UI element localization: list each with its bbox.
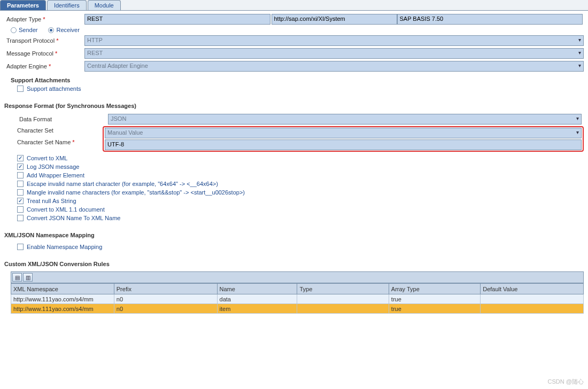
col-prefix[interactable]: Prefix [114, 284, 217, 294]
highlight-box: Manual Value UTF-8 [103, 126, 584, 152]
label-support-attachments: Support attachments [27, 85, 81, 92]
radio-icon [11, 27, 17, 33]
checkbox-convert-xml11[interactable] [17, 206, 24, 213]
radio-receiver-label: Receiver [56, 27, 79, 33]
section-support-attachments: Support Attachments [4, 73, 584, 84]
label-convert-xml11: Convert to XML 1.1 document [27, 206, 105, 213]
tab-strip: Parameters Identifiers Module [0, 0, 588, 11]
label-message-protocol: Message Protocol [4, 49, 84, 58]
radio-sender-label: Sender [19, 27, 37, 33]
radio-sender[interactable]: Sender [11, 27, 37, 33]
cell-name[interactable]: item [217, 304, 297, 314]
adapter-type-field[interactable]: REST [84, 14, 270, 25]
label-add-wrapper: Add Wrapper Element [27, 172, 84, 178]
message-protocol-select[interactable]: REST [84, 48, 584, 59]
label-escape-invalid: Escape invalid name start character (for… [27, 181, 218, 187]
cell-type[interactable] [297, 304, 389, 314]
checkbox-enable-ns-mapping[interactable] [17, 244, 24, 250]
col-default-value[interactable]: Default Value [481, 284, 584, 294]
table-row[interactable]: http://www.111yao.com/s4/mm n0 data true [11, 294, 584, 304]
section-response-format: Response Format (for Synchronous Message… [0, 95, 588, 111]
checkbox-treat-null[interactable] [17, 198, 24, 204]
col-name[interactable]: Name [217, 284, 297, 294]
col-type[interactable]: Type [297, 284, 389, 294]
checkbox-support-attachments[interactable] [17, 85, 24, 92]
label-data-format: Data Format [17, 115, 103, 123]
character-set-select[interactable]: Manual Value [105, 128, 582, 138]
data-format-select[interactable]: JSON [108, 114, 582, 125]
label-convert-xml: Convert to XML [27, 155, 67, 161]
radio-receiver[interactable]: Receiver [48, 27, 79, 33]
tab-parameters[interactable]: Parameters [0, 0, 46, 10]
tab-identifiers[interactable]: Identifiers [47, 0, 87, 10]
label-transport-protocol: Transport Protocol [4, 36, 84, 45]
col-array-type[interactable]: Array Type [389, 284, 480, 294]
cell-def[interactable] [481, 294, 584, 304]
character-set-name-field[interactable]: UTF-8 [105, 139, 582, 150]
label-enable-ns-mapping: Enable Namespace Mapping [27, 244, 102, 250]
add-row-button[interactable]: ▤ [12, 273, 22, 282]
remove-row-button[interactable]: ▥ [23, 273, 33, 282]
section-conversion-rules: Custom XML/JSON Conversion Rules [0, 253, 588, 269]
table-row[interactable]: http://www.111yao.com/s4/mm n0 item true [11, 304, 584, 314]
adapter-namespace-field[interactable]: http://sap.com/xi/XI/System [272, 14, 397, 25]
cell-arr[interactable]: true [389, 304, 480, 314]
table-toolbar: ▤ ▥ [11, 271, 584, 283]
cell-def[interactable] [481, 304, 584, 314]
tab-module[interactable]: Module [88, 0, 121, 10]
label-character-set-name: Character Set Name [4, 138, 84, 146]
radio-icon [48, 27, 54, 33]
label-adapter-engine: Adapter Engine [4, 62, 84, 71]
label-adapter-type: Adapter Type [4, 15, 84, 24]
label-character-set: Character Set [4, 126, 84, 135]
adapter-version-field[interactable]: SAP BASIS 7.50 [397, 14, 583, 25]
cell-arr[interactable]: true [389, 294, 480, 304]
checkbox-log-json[interactable] [17, 164, 24, 170]
label-mangle-invalid: Mangle invalid name characters (for exam… [27, 189, 245, 196]
cell-name[interactable]: data [217, 294, 297, 304]
label-log-json: Log JSON message [27, 164, 79, 170]
checkbox-add-wrapper[interactable] [17, 172, 24, 178]
conversion-rules-table: XML Namespace Prefix Name Type Array Typ… [11, 283, 584, 314]
checkbox-convert-json-name[interactable] [17, 215, 24, 221]
label-convert-json-name: Convert JSON Name To XML Name [27, 215, 120, 221]
col-xml-namespace[interactable]: XML Namespace [11, 284, 114, 294]
adapter-engine-select[interactable]: Central Adapter Engine [84, 61, 584, 72]
checkbox-convert-xml[interactable] [17, 155, 24, 161]
checkbox-escape-invalid[interactable] [17, 181, 24, 187]
transport-protocol-select[interactable]: HTTP [84, 35, 584, 46]
label-treat-null: Treat null As String [27, 198, 76, 204]
cell-prefix[interactable]: n0 [114, 294, 217, 304]
cell-ns[interactable]: http://www.111yao.com/s4/mm [11, 304, 114, 314]
cell-type[interactable] [297, 294, 389, 304]
cell-ns[interactable]: http://www.111yao.com/s4/mm [11, 294, 114, 304]
cell-prefix[interactable]: n0 [114, 304, 217, 314]
checkbox-mangle-invalid[interactable] [17, 189, 24, 196]
section-namespace-mapping: XML/JSON Namespace Mapping [0, 224, 588, 240]
